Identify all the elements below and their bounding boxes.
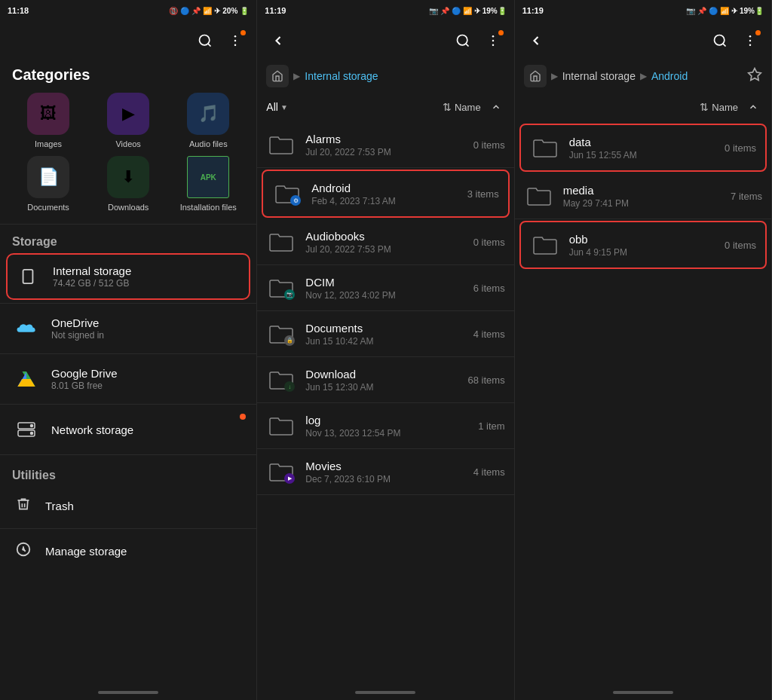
categories-grid: 🖼 Images ▶ Videos 🎵 Audio files 📄 Docume… — [0, 93, 256, 221]
category-apk[interactable]: APK Installation files — [172, 156, 244, 212]
utilities-title: Utilities — [0, 461, 256, 487]
obb-info: obb Jun 4 9:15 PM — [569, 233, 715, 258]
network-storage-info: Network storage — [51, 423, 244, 436]
svg-point-3 — [234, 40, 237, 42]
svg-rect-5 — [23, 270, 33, 283]
category-images[interactable]: 🖼 Images — [12, 93, 84, 148]
network-icon — [12, 415, 41, 444]
internal-storage-item[interactable]: Internal storage 74.42 GB / 512 GB — [6, 253, 250, 300]
images-icon: 🖼 — [27, 93, 69, 135]
filter-all-button[interactable]: All ▼ — [266, 101, 287, 113]
category-downloads[interactable]: ⬇ Downloads — [92, 156, 164, 212]
notification-dot-2 — [498, 30, 504, 35]
media-meta: May 29 7:41 PM — [563, 198, 721, 209]
breadcrumb-bar-3: ▶ Internal storage ▶ Android — [515, 60, 771, 95]
media-count: 7 items — [731, 191, 762, 202]
file-list-2: Alarms Jul 20, 2022 7:53 PM 0 items ⚙ An… — [257, 122, 513, 700]
network-storage-name: Network storage — [51, 423, 244, 436]
file-item-alarms[interactable]: Alarms Jul 20, 2022 7:53 PM 0 items — [257, 122, 513, 168]
folder-icon-obb — [530, 230, 560, 260]
documents-meta: Jun 15 10:42 AM — [305, 336, 464, 347]
file-item-obb[interactable]: obb Jun 4 9:15 PM 0 items — [519, 221, 767, 269]
trash-icon — [12, 496, 35, 516]
breadcrumb-storage-3[interactable]: Internal storage — [562, 70, 636, 82]
back-button-3[interactable] — [522, 27, 550, 54]
breadcrumb-storage-2[interactable]: Internal storage — [305, 70, 378, 82]
bottom-indicator-2 — [355, 691, 415, 694]
star-button-3[interactable] — [747, 67, 762, 86]
sort-direction-button-3[interactable] — [744, 98, 762, 116]
dcim-meta: Nov 12, 2023 4:02 PM — [305, 290, 464, 301]
gdrive-info: Google Drive 8.01 GB free — [51, 367, 244, 391]
breadcrumb-bar-2: ▶ Internal storage — [257, 60, 513, 95]
apk-icon: APK — [187, 156, 229, 198]
gdrive-item[interactable]: Google Drive 8.01 GB free — [0, 357, 256, 401]
sort-button-2[interactable]: ⇅ Name — [443, 101, 481, 113]
trash-item[interactable]: Trash — [0, 487, 256, 525]
alarms-name: Alarms — [305, 133, 464, 145]
file-item-data[interactable]: data Jun 15 12:55 AM 0 items — [519, 124, 767, 172]
status-time-1: 11:18 — [8, 6, 29, 15]
svg-marker-15 — [17, 379, 35, 387]
storage-title: Storage — [0, 228, 256, 253]
search-button-3[interactable] — [706, 27, 734, 54]
onedrive-item[interactable]: OneDrive Not signed in — [0, 307, 256, 350]
data-meta: Jun 15 12:55 AM — [569, 150, 715, 160]
more-options-button-2[interactable] — [479, 27, 507, 54]
category-documents[interactable]: 📄 Documents — [12, 156, 84, 212]
back-button-2[interactable] — [265, 27, 292, 54]
network-storage-item[interactable]: Network storage — [0, 408, 256, 451]
panel-android: 11:19 📷 📌 🔵 📶 ✈ 19%🔋 ▶ Intern — [515, 0, 772, 700]
svg-point-25 — [492, 40, 494, 42]
movies-name: Movies — [305, 460, 464, 472]
alarms-meta: Jul 20, 2022 7:53 PM — [305, 147, 464, 157]
top-bar-2 — [257, 21, 513, 60]
movies-meta: Dec 7, 2023 6:10 PM — [305, 474, 464, 484]
file-item-dcim[interactable]: 📷 DCIM Nov 12, 2023 4:02 PM 6 items — [257, 265, 513, 311]
log-count: 1 item — [478, 420, 504, 432]
file-item-media[interactable]: media May 29 7:41 PM 7 items — [515, 173, 771, 219]
svg-line-1 — [208, 44, 211, 47]
more-options-button-1[interactable] — [222, 27, 249, 54]
android-meta: Feb 4, 2023 7:13 AM — [311, 196, 458, 206]
svg-point-19 — [31, 433, 33, 435]
divider-5 — [0, 454, 256, 455]
panel-categories: 11:18 📵 🔵 📌 📶 ✈ 20% 🔋 Categories 🖼 Image… — [0, 0, 257, 700]
obb-name: obb — [569, 233, 715, 246]
divider-4 — [0, 404, 256, 405]
svg-point-21 — [22, 548, 25, 551]
dcim-name: DCIM — [305, 276, 464, 289]
breadcrumb-folder-3[interactable]: Android — [651, 70, 688, 82]
breadcrumb-home-3[interactable] — [524, 65, 547, 87]
folder-icon-documents: 🔒 — [266, 319, 296, 349]
download-count: 68 items — [468, 374, 505, 386]
file-item-android[interactable]: ⚙ Android Feb 4, 2023 7:13 AM 3 items — [262, 170, 509, 218]
manage-storage-item[interactable]: Manage storage — [0, 532, 256, 570]
file-item-documents[interactable]: 🔒 Documents Jun 15 10:42 AM 4 items — [257, 311, 513, 357]
breadcrumb-home-2[interactable] — [266, 65, 289, 87]
phone-icon — [14, 262, 42, 291]
audiobooks-meta: Jul 20, 2022 7:53 PM — [305, 244, 464, 255]
category-videos[interactable]: ▶ Videos — [92, 93, 164, 148]
file-item-movies[interactable]: ▶ Movies Dec 7, 2023 6:10 PM 4 items — [257, 449, 513, 495]
gdrive-sub: 8.01 GB free — [51, 381, 244, 391]
sort-direction-button-2[interactable] — [487, 98, 505, 116]
alarms-info: Alarms Jul 20, 2022 7:53 PM — [305, 133, 464, 157]
search-button-2[interactable] — [449, 27, 476, 54]
breadcrumb-arrow-3a: ▶ — [551, 71, 558, 81]
more-options-button-3[interactable] — [737, 27, 764, 54]
file-item-audiobooks[interactable]: Audiobooks Jul 20, 2022 7:53 PM 0 items — [257, 219, 513, 265]
file-item-log[interactable]: log Nov 13, 2023 12:54 PM 1 item — [257, 403, 513, 449]
gdrive-icon — [12, 365, 41, 393]
category-audio[interactable]: 🎵 Audio files — [172, 93, 244, 148]
file-item-download[interactable]: ↓ Download Jun 15 12:30 AM 68 items — [257, 357, 513, 403]
svg-line-28 — [723, 44, 726, 47]
search-button-1[interactable] — [191, 27, 219, 54]
movies-info: Movies Dec 7, 2023 6:10 PM — [305, 460, 464, 484]
panel-internal-storage: 11:19 📷 📌 🔵 📶 ✈ 19%🔋 ▶ Intern — [257, 0, 514, 700]
folder-icon-movies: ▶ — [266, 457, 296, 487]
sort-button-3[interactable]: ⇅ Name — [700, 101, 738, 113]
notification-dot-3 — [755, 30, 761, 35]
folder-icon-log — [266, 411, 296, 441]
svg-point-29 — [749, 35, 752, 38]
